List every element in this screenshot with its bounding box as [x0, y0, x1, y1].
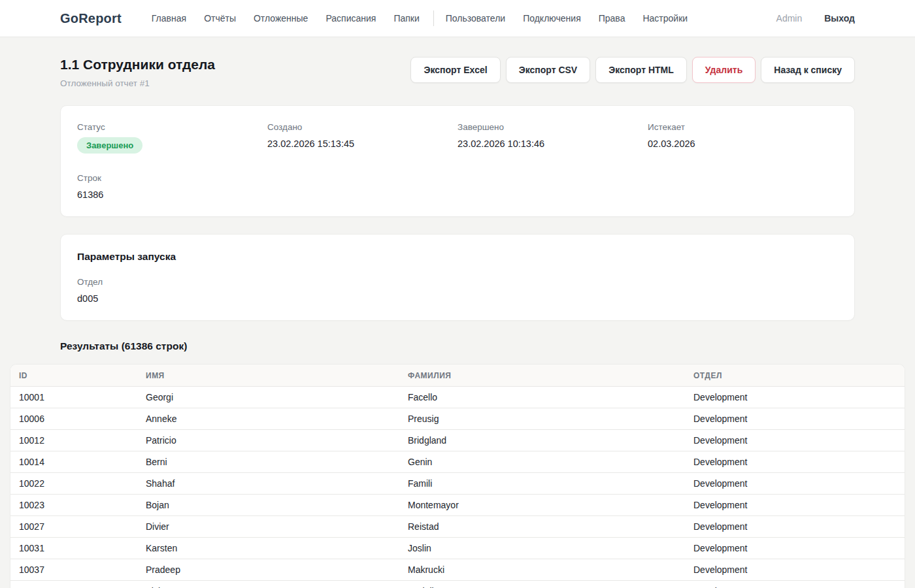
table-cell: 10031 — [10, 538, 137, 559]
status-card-grid: Статус Завершено Создано 23.02.2026 15:1… — [77, 122, 838, 200]
table-cell: Karsten — [137, 538, 399, 559]
nav-item-main-0[interactable]: Главная — [152, 13, 186, 24]
field-label: Завершено — [458, 122, 648, 132]
logout-link[interactable]: Выход — [824, 13, 855, 24]
table-row: 10027DivierReistadDevelopment — [10, 516, 905, 538]
delete-button[interactable]: Удалить — [692, 57, 756, 83]
nav-item-admin-1[interactable]: Подключения — [523, 13, 581, 24]
page-title: 1.1 Сотрудники отдела — [60, 57, 215, 73]
results-table-head: ID ИМЯ ФАМИЛИЯ ОТДЕЛ — [10, 365, 905, 387]
field-value: d005 — [77, 293, 838, 304]
table-cell: 10022 — [10, 473, 137, 495]
table-cell: 10001 — [10, 387, 137, 408]
page-header: 1.1 Сотрудники отдела Отложенный отчет #… — [60, 57, 855, 88]
table-cell: Divier — [137, 516, 399, 538]
field-finished: Завершено 23.02.2026 10:13:46 — [458, 122, 648, 154]
table-row: 10031KarstenJoslinDevelopment — [10, 538, 905, 559]
field-expires: Истекает 02.03.2026 — [648, 122, 838, 154]
export-html-button[interactable]: Экспорт HTML — [595, 57, 687, 83]
table-cell: Development — [685, 473, 905, 495]
table-cell: 10037 — [10, 559, 137, 581]
parameters-card: Параметры запуска Отдел d005 — [60, 234, 855, 321]
field-created: Создано 23.02.2026 15:13:45 — [267, 122, 458, 154]
table-cell: Development — [685, 451, 905, 473]
table-cell: Georgi — [137, 387, 399, 408]
table-cell: Reistad — [399, 516, 685, 538]
nav-item-admin-0[interactable]: Пользователи — [446, 13, 505, 24]
export-excel-button[interactable]: Экспорт Excel — [410, 57, 500, 83]
table-cell: Bojan — [137, 495, 399, 516]
export-csv-button[interactable]: Экспорт CSV — [506, 57, 590, 83]
table-cell: Development — [685, 408, 905, 430]
field-row-count: Строк 61386 — [77, 173, 267, 200]
column-header-last-name: ФАМИЛИЯ — [399, 365, 685, 387]
results-heading: Результаты (61386 строк) — [60, 340, 855, 352]
table-cell: Development — [685, 430, 905, 451]
table-row: 10014BerniGeninDevelopment — [10, 451, 905, 473]
table-row: 10022ShahafFamiliDevelopment — [10, 473, 905, 495]
table-row: 10012PatricioBridglandDevelopment — [10, 430, 905, 451]
table-row: 10001GeorgiFacelloDevelopment — [10, 387, 905, 408]
table-cell: Montemayor — [399, 495, 685, 516]
table-cell: Berni — [137, 451, 399, 473]
field-value: 02.03.2026 — [648, 139, 838, 149]
parameters-card-title: Параметры запуска — [77, 251, 838, 263]
table-row: 10006AnnekePreusigDevelopment — [10, 408, 905, 430]
table-cell: Pradeep — [137, 559, 399, 581]
table-cell: Bridgland — [399, 430, 685, 451]
table-cell: 10043 — [10, 581, 137, 588]
field-value: 61386 — [77, 189, 267, 200]
table-cell: Development — [685, 581, 905, 588]
table-cell: Yishay — [137, 581, 399, 588]
field-status: Статус Завершено — [77, 122, 267, 154]
table-cell: Preusig — [399, 408, 685, 430]
table-cell: 10027 — [10, 516, 137, 538]
table-cell: Tzvieli — [399, 581, 685, 588]
column-header-id: ID — [10, 365, 137, 387]
nav-item-main-2[interactable]: Отложенные — [254, 13, 308, 24]
field-department: Отдел d005 — [77, 277, 838, 304]
table-row: 10023BojanMontemayorDevelopment — [10, 495, 905, 516]
table-cell: Development — [685, 516, 905, 538]
status-card: Статус Завершено Создано 23.02.2026 15:1… — [60, 105, 855, 217]
results-table-container: ID ИМЯ ФАМИЛИЯ ОТДЕЛ 10001GeorgiFacelloD… — [10, 364, 905, 588]
nav-item-admin-2[interactable]: Права — [599, 13, 625, 24]
column-header-first-name: ИМЯ — [137, 365, 399, 387]
nav-item-main-3[interactable]: Расписания — [325, 13, 376, 24]
action-bar: Экспорт Excel Экспорт CSV Экспорт HTML У… — [410, 57, 855, 83]
table-cell: Development — [685, 559, 905, 581]
table-cell: 10012 — [10, 430, 137, 451]
field-value: 23.02.2026 15:13:45 — [267, 139, 458, 149]
field-value: 23.02.2026 10:13:46 — [458, 139, 648, 149]
table-cell: 10014 — [10, 451, 137, 473]
table-cell: Patricio — [137, 430, 399, 451]
app-logo[interactable]: GoReport — [60, 11, 122, 26]
nav-item-main-4[interactable]: Папки — [393, 13, 419, 24]
table-cell: Anneke — [137, 408, 399, 430]
top-navigation: GoReport ГлавнаяОтчётыОтложенныеРасписан… — [0, 0, 915, 37]
field-label: Строк — [77, 173, 267, 183]
field-label: Статус — [77, 122, 267, 132]
table-row: 10043YishayTzvieliDevelopment — [10, 581, 905, 588]
table-cell: Development — [685, 538, 905, 559]
results-table-body: 10001GeorgiFacelloDevelopment10006Anneke… — [10, 387, 905, 588]
table-cell: 10023 — [10, 495, 137, 516]
main-content: 1.1 Сотрудники отдела Отложенный отчет #… — [0, 57, 915, 588]
field-label: Создано — [267, 122, 458, 132]
page-subtitle: Отложенный отчет #1 — [60, 78, 215, 88]
back-to-list-button[interactable]: Назад к списку — [761, 57, 855, 83]
nav-item-admin-3[interactable]: Настройки — [642, 13, 688, 24]
results-table: ID ИМЯ ФАМИЛИЯ ОТДЕЛ 10001GeorgiFacelloD… — [10, 365, 905, 588]
table-cell: Joslin — [399, 538, 685, 559]
table-cell: Makrucki — [399, 559, 685, 581]
title-block: 1.1 Сотрудники отдела Отложенный отчет #… — [60, 57, 215, 88]
nav-main-group: ГлавнаяОтчётыОтложенныеРасписанияПапки — [152, 13, 437, 24]
table-cell: Development — [685, 387, 905, 408]
status-badge: Завершено — [77, 137, 142, 154]
nav-admin-group: ПользователиПодключенияПраваНастройки — [446, 13, 705, 24]
table-cell: 10006 — [10, 408, 137, 430]
current-user-label: Admin — [776, 13, 803, 24]
nav-item-main-1[interactable]: Отчёты — [204, 13, 236, 24]
table-cell: Famili — [399, 473, 685, 495]
field-label: Истекает — [648, 122, 838, 132]
